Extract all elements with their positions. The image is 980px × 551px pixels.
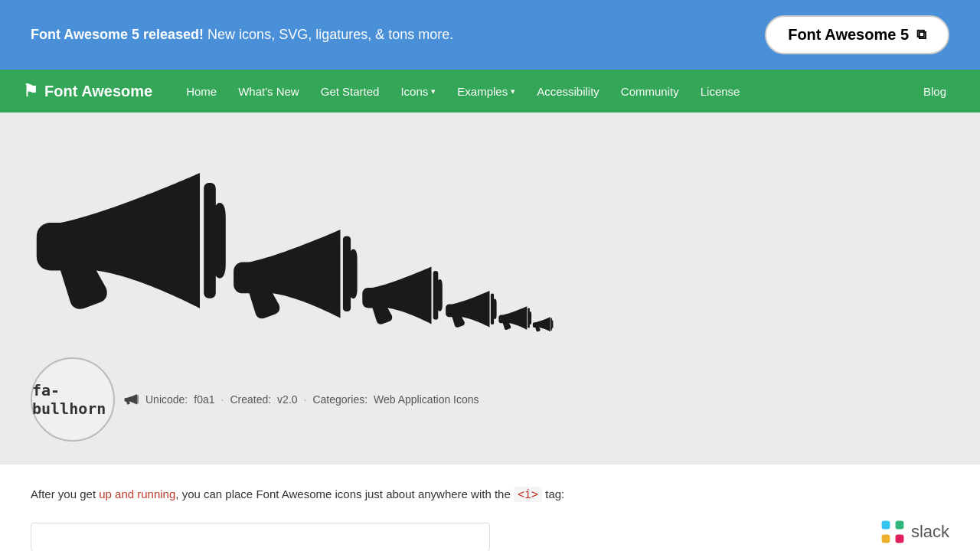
banner-text: Font Awesome 5 released! New icons, SVG,… — [31, 27, 453, 43]
unicode-value: f0a1 — [194, 393, 214, 406]
bullhorn-icon-xl — [31, 151, 230, 334]
bullhorn-sm — [444, 285, 498, 334]
lower-text-after: , you can place Font Awesome icons just … — [175, 487, 510, 500]
lower-description: After you get up and running, you can pl… — [31, 487, 949, 501]
dot-separator-2: · — [304, 393, 307, 406]
banner-fa5-button[interactable]: Font Awesome 5 ⧉ — [765, 15, 949, 54]
lower-text-before: After you get — [31, 487, 99, 500]
svg-rect-0 — [881, 521, 890, 530]
nav-community[interactable]: Community — [610, 70, 690, 112]
unicode-prefix: Unicode: — [145, 393, 188, 406]
icon-label-row: fa-bullhorn Unicode: f0a1 · Created: v2.… — [31, 357, 949, 442]
bullhorn-icon-sm — [444, 285, 498, 334]
bullhorn-lg — [230, 216, 360, 334]
bullhorn-icon-xs — [498, 302, 532, 334]
lower-section: After you get up and running, you can pl… — [0, 465, 980, 551]
svg-rect-1 — [895, 521, 903, 530]
navbar-right: Blog — [913, 70, 957, 112]
navbar-brand[interactable]: ⚑ Font Awesome — [23, 81, 152, 101]
icon-name-circle: fa-bullhorn — [31, 357, 115, 442]
svg-rect-3 — [895, 535, 903, 543]
i-tag-code: <i> — [514, 487, 542, 502]
bullhorn-xs — [498, 302, 532, 334]
main-content: fa-bullhorn Unicode: f0a1 · Created: v2.… — [0, 112, 980, 465]
slack-icon — [879, 518, 906, 546]
nav-icons[interactable]: Icons ▾ — [390, 70, 446, 112]
svg-rect-2 — [881, 535, 890, 543]
banner-headline-rest: New icons, SVG, ligatures, & tons more. — [204, 27, 453, 42]
banner: Font Awesome 5 released! New icons, SVG,… — [0, 0, 980, 70]
slack-label: slack — [911, 522, 949, 542]
banner-headline-bold: Font Awesome 5 released! — [31, 27, 204, 42]
icon-name-label: fa-bullhorn — [32, 381, 113, 418]
nav-home[interactable]: Home — [175, 70, 227, 112]
nav-whats-new[interactable]: What's New — [227, 70, 310, 112]
icons-dropdown-arrow: ▾ — [431, 86, 436, 96]
icon-meta: Unicode: f0a1 · Created: v2.0 · Categori… — [124, 393, 479, 406]
categories-prefix: Categories: — [312, 393, 368, 406]
external-link-icon: ⧉ — [916, 27, 926, 43]
bullhorn-icon-md — [360, 258, 444, 334]
icon-showcase — [31, 135, 949, 342]
bullhorn-meta-icon — [124, 393, 139, 406]
slack-logo-area: slack — [879, 518, 949, 546]
created-prefix: Created: — [230, 393, 271, 406]
nav-get-started[interactable]: Get Started — [310, 70, 390, 112]
nav-accessibility[interactable]: Accessibility — [526, 70, 610, 112]
navbar-nav: Home What's New Get Started Icons ▾ Exam… — [175, 70, 913, 112]
bullhorn-icon-xxs — [532, 315, 554, 334]
banner-button-label: Font Awesome 5 — [788, 26, 909, 44]
navbar: ⚑ Font Awesome Home What's New Get Start… — [0, 70, 980, 112]
bullhorn-xxs — [532, 315, 554, 334]
examples-dropdown-arrow: ▾ — [511, 86, 515, 96]
bullhorn-xl — [31, 151, 230, 334]
code-input[interactable] — [31, 523, 490, 551]
bullhorn-md — [360, 258, 444, 334]
categories-value: Web Application Icons — [374, 393, 479, 406]
bullhorn-icon-lg — [230, 216, 360, 334]
dot-separator-1: · — [221, 393, 224, 406]
navbar-brand-label: Font Awesome — [44, 83, 152, 100]
nav-license[interactable]: License — [690, 70, 751, 112]
nav-examples[interactable]: Examples ▾ — [446, 70, 526, 112]
tag-suffix: tag: — [542, 487, 564, 500]
created-value: v2.0 — [277, 393, 297, 406]
nav-blog[interactable]: Blog — [913, 70, 957, 112]
flag-icon: ⚑ — [23, 81, 38, 101]
up-and-running-link[interactable]: up and running — [99, 487, 175, 500]
